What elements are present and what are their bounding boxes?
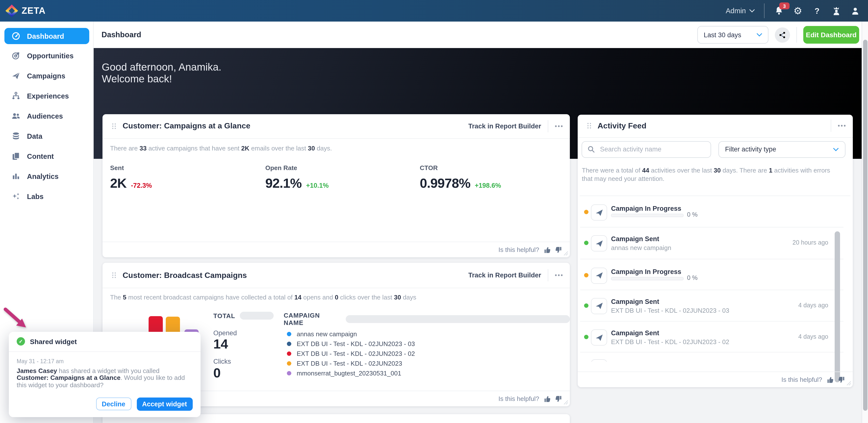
kebab-menu-icon[interactable] [554,125,563,127]
sidebar-item-opportunities[interactable]: Opportunities [0,45,93,66]
admin-users-button[interactable] [831,6,841,16]
sidebar-item-content[interactable]: Content [0,146,93,166]
drag-handle-icon[interactable] [587,123,591,129]
paper-plane-icon [591,359,607,361]
column-pill [346,315,569,323]
sidebar-item-label: Labs [27,192,44,200]
track-in-report-builder-link[interactable]: Track in Report Builder [468,271,541,279]
metric-delta: +10.1% [306,182,329,189]
status-dot [584,210,588,214]
page-scrollbar[interactable] [861,22,868,423]
decline-button[interactable]: Decline [96,397,131,410]
widget-header: Customer: Campaigns at a Glance Track in… [102,114,569,138]
filter-label: Filter activity type [725,145,776,153]
thumbs-up-button[interactable] [544,395,551,402]
activity-item[interactable]: Campaign In Progress 0 % [580,196,850,227]
metric-value: 92.1% [265,176,302,191]
metric-label: CTOR [420,164,501,171]
navbar-divider [764,3,765,18]
notification-badge: 3 [779,2,789,9]
thumbs-down-button[interactable] [555,395,562,402]
legend-dot [287,371,291,376]
activity-type-filter[interactable]: Filter activity type [718,141,845,158]
gauge-icon [12,32,20,40]
kebab-menu-icon[interactable] [554,274,563,276]
help-icon: ? [814,6,819,15]
sidebar-item-labs[interactable]: Labs [0,186,93,206]
widget-header: Customer: Broadcast Campaigns Track in R… [102,263,569,288]
status-dot [584,273,588,277]
kebab-menu-icon[interactable] [837,125,846,127]
metric-value: 2K [110,176,126,191]
date-range-select[interactable]: Last 30 days [698,26,769,44]
activity-item[interactable]: Campaign Sent EXT DB UI - Test - KDL - 0… [580,322,850,352]
status-dot [584,335,588,339]
resize-handle[interactable] [562,399,568,405]
chevron-down-icon [833,147,839,151]
thumbs-up-button[interactable] [544,246,551,253]
metric-label: Open Rate [265,164,329,171]
campaign-name-column-header: CAMPAIGN NAME [284,312,569,326]
activity-search-input[interactable] [599,145,699,154]
date-range-value: Last 30 days [704,31,741,38]
clicks-value: 0 [213,366,221,381]
activity-title: Campaign In Progress [611,205,681,212]
edit-dashboard-button[interactable]: Edit Dashboard [803,26,859,44]
paper-plane-icon [591,204,607,221]
activity-item-partial[interactable] [580,352,850,361]
header-divider [548,120,548,132]
settings-button[interactable]: ⚙ [793,6,803,16]
popup-body: James Casey has shared a widget with you… [17,367,189,389]
help-button[interactable]: ? [812,6,822,16]
legend-item: EXT DB UI - Test - KDL - 02JUN2023 [287,360,402,367]
search-icon [587,145,595,153]
chevron-down-icon [749,9,755,13]
widget-footer: Is this helpful? [578,371,852,387]
paper-plane-icon [591,235,607,252]
header-divider [797,27,797,43]
greeting-text: Good afternoon, Anamika. Welcome back! [102,61,221,84]
sidebar-item-analytics[interactable]: Analytics [0,166,93,186]
sidebar-item-campaigns[interactable]: Campaigns [0,66,93,86]
thumbs-up-button[interactable] [827,376,833,383]
metric-sent: Sent 2K-72.3% [110,164,152,191]
sidebar-item-dashboard[interactable]: Dashboard [4,28,89,44]
widget-subtitle: There are 33 active campaigns that have … [110,144,332,152]
drag-handle-icon[interactable] [112,272,116,279]
helpful-label: Is this helpful? [781,376,822,383]
greeting-line1: Good afternoon, Anamika. [102,61,221,73]
activity-list-scrollbar[interactable] [834,231,840,382]
activity-item[interactable]: Campaign In Progress 0 % [580,259,850,290]
activity-search[interactable] [581,141,711,158]
resize-handle[interactable] [562,250,568,256]
progress-label: 0 % [687,274,698,281]
profile-button[interactable] [850,6,860,16]
activity-item[interactable]: Campaign Sent EXT DB UI - Test - KDL - 0… [580,290,850,322]
share-button[interactable] [775,27,790,42]
activity-item[interactable]: Campaign Sent annas new campaign 20 hour… [580,227,850,259]
resize-handle[interactable] [845,380,851,386]
activity-list[interactable]: Campaign In Progress 0 % Campaign Sent a… [580,196,850,361]
sidebar-item-label: Campaigns [27,72,65,80]
admin-menu[interactable]: Admin [726,7,755,15]
header-divider [831,120,831,132]
sidebar-item-audiences[interactable]: Audiences [0,106,93,126]
flow-icon [12,92,20,100]
thumbs-down-button[interactable] [555,246,562,253]
accept-widget-button[interactable]: Accept widget [136,397,192,411]
widget-title: Activity Feed [597,122,646,130]
notifications-button[interactable]: 3 [774,6,784,16]
thumbs-down-button[interactable] [838,376,845,383]
drag-handle-icon[interactable] [112,123,116,129]
legend-item: annas new campaign [287,330,357,338]
track-in-report-builder-link[interactable]: Track in Report Builder [468,122,541,130]
sidebar-item-data[interactable]: Data [0,126,93,146]
activity-title: Campaign Sent [611,329,659,337]
page-scrollbar-thumb[interactable] [863,40,867,411]
opened-label: Opened [213,329,237,337]
activity-subtitle: annas new campaign [611,244,671,252]
chevron-down-icon [757,33,762,37]
paper-plane-icon [591,267,607,284]
sidebar-item-experiences[interactable]: Experiences [0,86,93,106]
page-title: Dashboard [101,30,141,39]
